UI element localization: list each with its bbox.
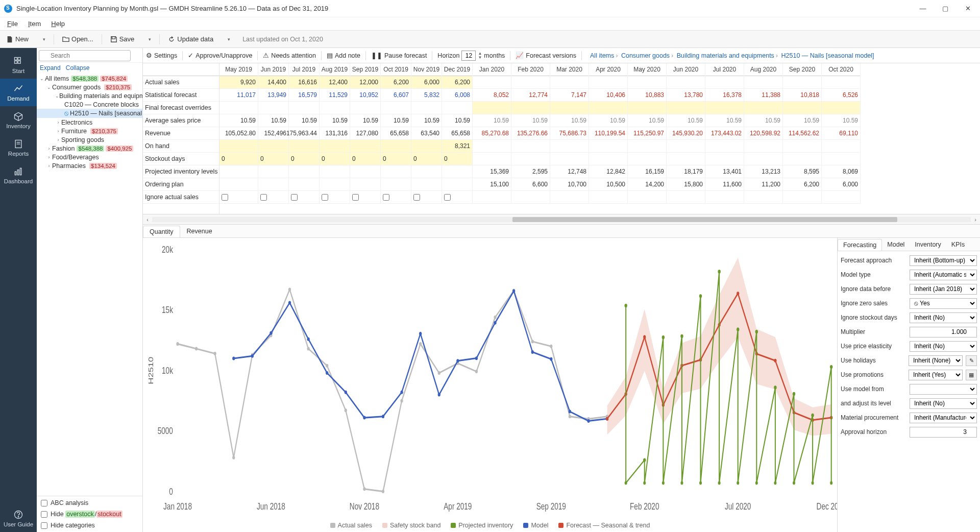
approval-input[interactable] xyxy=(910,427,977,438)
grid-cell[interactable]: 10.59 xyxy=(442,114,472,127)
matproc-select[interactable]: Inherit (Manufacture) xyxy=(910,413,977,423)
grid-cell[interactable] xyxy=(705,153,744,165)
tree-pharmacies[interactable]: ›Pharmacies$134,524 xyxy=(37,161,142,170)
grid-cell[interactable]: 10,406 xyxy=(589,89,627,102)
tree-elec[interactable]: ›Electronics xyxy=(37,118,142,127)
ignore-checkbox[interactable] xyxy=(352,194,359,201)
grid-cell[interactable]: 0 xyxy=(258,153,288,165)
grid-cell[interactable]: 11,600 xyxy=(705,178,744,191)
scroll-left-icon[interactable]: ‹ xyxy=(144,216,151,223)
grid-cell[interactable] xyxy=(411,191,442,204)
grid-cell[interactable]: 65,658 xyxy=(381,127,411,140)
grid-cell[interactable] xyxy=(511,191,550,204)
close-button[interactable]: ✕ xyxy=(962,4,974,14)
grid-cell[interactable]: 10,952 xyxy=(350,89,380,102)
grid-cell[interactable]: 10.59 xyxy=(550,114,589,127)
ignore-checkbox[interactable] xyxy=(383,194,389,201)
grid-cell[interactable] xyxy=(258,140,288,153)
grid-cell[interactable] xyxy=(381,165,411,178)
tree-all-items[interactable]: ⌄All items$548,388$745,824 xyxy=(37,74,142,83)
grid-cell[interactable] xyxy=(289,165,319,178)
grid-cell[interactable] xyxy=(589,76,627,89)
grid-cell[interactable] xyxy=(442,178,472,191)
grid-cell[interactable] xyxy=(320,178,350,191)
grid-cell[interactable] xyxy=(289,191,319,204)
grid-cell[interactable] xyxy=(783,153,821,165)
grid-cell[interactable]: 10.59 xyxy=(822,114,860,127)
grid-cell[interactable]: 13,949 xyxy=(258,89,288,102)
holidays-edit-icon[interactable]: ✎ xyxy=(966,355,977,366)
grid-cell[interactable]: 6,200 xyxy=(381,76,411,89)
grid-cell[interactable] xyxy=(822,140,860,153)
grid-cell[interactable] xyxy=(442,102,472,114)
grid-cell[interactable]: 2,595 xyxy=(511,165,550,178)
grid-cell[interactable]: 15,800 xyxy=(667,178,705,191)
grid-cell[interactable] xyxy=(289,140,319,153)
open-button[interactable]: Open... xyxy=(58,33,97,45)
grid-cell[interactable]: 110,199.54 xyxy=(589,127,627,140)
grid-cell[interactable] xyxy=(381,191,411,204)
grid-cell[interactable]: 0 xyxy=(350,153,380,165)
grid-cell[interactable] xyxy=(320,102,350,114)
grid-cell[interactable]: 6,600 xyxy=(511,178,550,191)
grid-cell[interactable] xyxy=(258,102,288,114)
grid-cell[interactable] xyxy=(381,102,411,114)
search-input[interactable] xyxy=(39,50,131,61)
grid-cell[interactable] xyxy=(473,102,511,114)
grid-cell[interactable]: 135,276.66 xyxy=(511,127,550,140)
grid-cell[interactable] xyxy=(628,140,666,153)
grid-cell[interactable] xyxy=(744,191,782,204)
grid-cell[interactable]: 152,496 xyxy=(258,127,288,140)
tree-building[interactable]: ⌄Building materials and equipments xyxy=(37,91,142,100)
forecast-versions-button[interactable]: 📈 Forecast versions xyxy=(516,52,576,59)
grid-cell[interactable] xyxy=(550,153,589,165)
nav-dashboard[interactable]: Dashboard xyxy=(0,161,37,189)
grid-cell[interactable] xyxy=(411,165,442,178)
grid-cell[interactable]: 18,179 xyxy=(667,165,705,178)
grid-cell[interactable]: 145,930.20 xyxy=(667,127,705,140)
grid-cell[interactable]: 10.59 xyxy=(589,114,627,127)
grid-cell[interactable] xyxy=(258,178,288,191)
model-type-select[interactable]: Inherit (Automatic selection) xyxy=(910,270,977,280)
ignore-checkbox[interactable] xyxy=(322,194,328,201)
grid-cell[interactable] xyxy=(628,191,666,204)
nav-reports[interactable]: Reports xyxy=(0,134,37,161)
grid-cell[interactable]: 10.59 xyxy=(350,114,380,127)
ignore-checkbox[interactable] xyxy=(413,194,420,201)
grid-cell[interactable] xyxy=(822,102,860,114)
pause-forecast-button[interactable]: ❚❚ Pause forecast xyxy=(371,52,427,59)
ignore-zero-select[interactable]: ⦸ Yes xyxy=(910,298,977,309)
grid-cell[interactable]: 14,400 xyxy=(258,76,288,89)
grid-cell[interactable]: 115,250.97 xyxy=(628,127,666,140)
grid-cell[interactable]: 6,526 xyxy=(822,89,860,102)
nav-userguide[interactable]: User Guide xyxy=(0,504,37,532)
new-dropdown[interactable] xyxy=(37,35,50,44)
grid-cell[interactable]: 120,598.92 xyxy=(744,127,782,140)
grid-cell[interactable] xyxy=(744,140,782,153)
grid-cell[interactable]: 10.59 xyxy=(411,114,442,127)
grid-cell[interactable]: 8,595 xyxy=(783,165,821,178)
maximize-button[interactable]: ▢ xyxy=(939,4,951,14)
grid-cell[interactable]: 15,100 xyxy=(473,178,511,191)
grid-cell[interactable]: 114,562.62 xyxy=(783,127,821,140)
grid-scrollbar[interactable]: ‹ › xyxy=(143,214,980,225)
grid-cell[interactable] xyxy=(258,191,288,204)
grid-cell[interactable]: 0 xyxy=(381,153,411,165)
grid-cell[interactable]: 16,616 xyxy=(289,76,319,89)
sp-tab-forecasting[interactable]: Forecasting xyxy=(838,239,882,251)
grid-cell[interactable] xyxy=(667,76,705,89)
tree-furn[interactable]: ›Furniture$210,375 xyxy=(37,127,142,135)
grid-cell[interactable]: 127,080 xyxy=(350,127,380,140)
grid-cell[interactable] xyxy=(667,153,705,165)
grid-cell[interactable]: 11,529 xyxy=(320,89,350,102)
menu-file[interactable]: File xyxy=(2,18,23,30)
grid-cell[interactable] xyxy=(219,191,258,204)
grid-cell[interactable] xyxy=(822,153,860,165)
tree-consumer[interactable]: ⌄Consumer goods$210,375 xyxy=(37,83,142,91)
grid-cell[interactable] xyxy=(550,76,589,89)
grid-cell[interactable] xyxy=(411,140,442,153)
grid-cell[interactable]: 10,883 xyxy=(628,89,666,102)
grid-cell[interactable] xyxy=(320,165,350,178)
grid-cell[interactable]: 105,052.80 xyxy=(219,127,258,140)
grid-cell[interactable] xyxy=(705,140,744,153)
